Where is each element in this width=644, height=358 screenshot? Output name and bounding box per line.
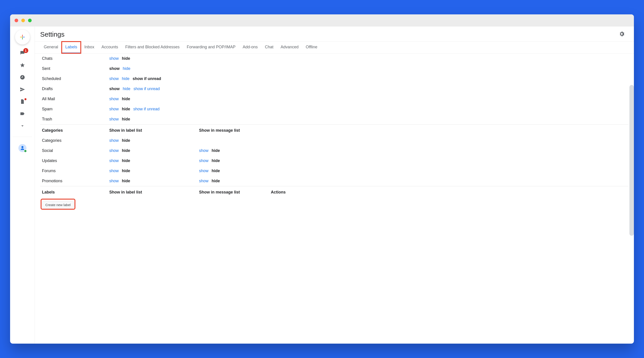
- label-name: Categories: [40, 135, 108, 146]
- option-show[interactable]: show: [199, 168, 208, 173]
- option-hide[interactable]: hide: [122, 97, 130, 101]
- tab-add-ons[interactable]: Add-ons: [239, 42, 261, 53]
- option-hide[interactable]: hide: [122, 107, 130, 111]
- option-show_if_unread[interactable]: show if unread: [133, 107, 160, 111]
- inbox-badge: 1: [23, 48, 28, 53]
- option-show[interactable]: show: [109, 66, 120, 71]
- label-name: Drafts: [40, 84, 108, 94]
- tab-chat[interactable]: Chat: [261, 42, 277, 53]
- star-icon: [20, 63, 25, 68]
- option-hide[interactable]: hide: [122, 56, 130, 61]
- table-row: Draftsshowhideshow if unread: [40, 84, 628, 94]
- tab-offline[interactable]: Offline: [302, 42, 321, 53]
- option-show[interactable]: show: [109, 148, 119, 153]
- send-icon: [20, 87, 25, 92]
- table-row: Updatesshowhideshowhide: [40, 156, 628, 166]
- tab-accounts[interactable]: Accounts: [98, 42, 122, 53]
- tab-forwarding-and-pop-imap[interactable]: Forwarding and POP/IMAP: [183, 42, 239, 53]
- option-show[interactable]: show: [109, 138, 119, 143]
- label-name: Trash: [40, 114, 108, 124]
- table-row: Chatsshowhide: [40, 54, 628, 64]
- table-row: Create new label: [40, 197, 628, 211]
- settings-gear[interactable]: [619, 31, 625, 38]
- option-hide[interactable]: hide: [122, 179, 130, 184]
- table-row: Promotionsshowhideshowhide: [40, 176, 628, 186]
- file-icon: [20, 99, 25, 104]
- label-name: All Mail: [40, 94, 108, 104]
- window-minimize-button[interactable]: [21, 19, 25, 22]
- create-new-label-button[interactable]: Create new label: [42, 201, 74, 208]
- rail-more[interactable]: [20, 123, 25, 129]
- option-hide[interactable]: hide: [212, 158, 220, 163]
- tab-general[interactable]: General: [40, 42, 62, 53]
- tab-inbox[interactable]: Inbox: [81, 42, 98, 53]
- option-show[interactable]: show: [109, 179, 119, 184]
- option-show[interactable]: show: [109, 107, 119, 111]
- table-row: Spamshowhideshow if unread: [40, 104, 628, 114]
- option-show[interactable]: show: [109, 117, 119, 122]
- tab-filters-and-blocked-addresses[interactable]: Filters and Blocked Addresses: [122, 42, 183, 53]
- rail-drafts[interactable]: [20, 99, 25, 105]
- tab-labels[interactable]: Labels: [62, 42, 81, 53]
- svg-rect-2: [22, 37, 22, 39]
- option-hide[interactable]: hide: [123, 66, 130, 71]
- clock-icon: [20, 75, 25, 80]
- left-rail: 1: [10, 27, 35, 344]
- option-show[interactable]: show: [109, 168, 119, 173]
- table-row: Sentshowhide: [40, 64, 628, 74]
- label-name: Sent: [40, 64, 108, 74]
- label-name: Social: [40, 146, 108, 156]
- option-hide[interactable]: hide: [122, 148, 130, 153]
- chevron-down-icon: [20, 123, 25, 128]
- option-hide[interactable]: hide: [212, 168, 220, 173]
- window-titlebar: [10, 14, 634, 27]
- option-show[interactable]: show: [199, 179, 208, 184]
- option-show[interactable]: show: [199, 148, 208, 153]
- table-row: Forumsshowhideshowhide: [40, 166, 628, 176]
- option-show_if_unread[interactable]: show if unread: [132, 76, 161, 81]
- rail-snoozed[interactable]: [20, 75, 25, 81]
- table-row: Categoriesshowhide: [40, 135, 628, 146]
- option-hide[interactable]: hide: [122, 168, 130, 173]
- option-hide[interactable]: hide: [212, 148, 220, 153]
- option-show[interactable]: show: [109, 87, 120, 91]
- option-show[interactable]: show: [109, 56, 119, 61]
- presence-indicator: [24, 149, 27, 153]
- option-hide[interactable]: hide: [212, 179, 220, 184]
- table-row: Trashshowhide: [40, 114, 628, 124]
- option-hide[interactable]: hide: [122, 158, 130, 163]
- window-zoom-button[interactable]: [28, 19, 32, 22]
- rail-inbox[interactable]: 1: [20, 50, 25, 57]
- option-show[interactable]: show: [109, 158, 119, 163]
- rail-sent[interactable]: [20, 87, 25, 93]
- window-close-button[interactable]: [14, 19, 18, 22]
- label-name: Scheduled: [40, 74, 108, 84]
- option-show[interactable]: show: [199, 158, 208, 163]
- page-title: Settings: [40, 31, 64, 38]
- option-show_if_unread[interactable]: show if unread: [134, 87, 160, 91]
- label-name: Updates: [40, 156, 108, 166]
- rail-label[interactable]: [20, 111, 25, 117]
- main-area: Settings GeneralLabelsInboxAccountsFilte…: [35, 27, 634, 344]
- rail-separator: [12, 137, 32, 137]
- label-name: Forums: [40, 166, 108, 176]
- label-name: Promotions: [40, 176, 108, 186]
- compose-button[interactable]: [15, 30, 30, 45]
- option-hide[interactable]: hide: [123, 87, 130, 91]
- tab-advanced[interactable]: Advanced: [277, 42, 302, 53]
- scrollbar[interactable]: [630, 85, 634, 236]
- drafts-indicator: [24, 98, 26, 100]
- option-hide[interactable]: hide: [122, 117, 130, 122]
- svg-rect-0: [22, 35, 22, 37]
- svg-rect-3: [20, 37, 22, 37]
- labels-table: ChatsshowhideSentshowhideScheduledshowhi…: [40, 54, 628, 211]
- option-show[interactable]: show: [109, 76, 119, 81]
- table-row: All Mailshowhide: [40, 94, 628, 104]
- option-hide[interactable]: hide: [122, 138, 130, 143]
- option-show[interactable]: show: [109, 97, 119, 101]
- tag-icon: [20, 111, 25, 116]
- rail-starred[interactable]: [20, 63, 25, 69]
- option-hide[interactable]: hide: [122, 76, 130, 81]
- svg-rect-1: [23, 37, 25, 37]
- hangouts-avatar[interactable]: [18, 144, 26, 152]
